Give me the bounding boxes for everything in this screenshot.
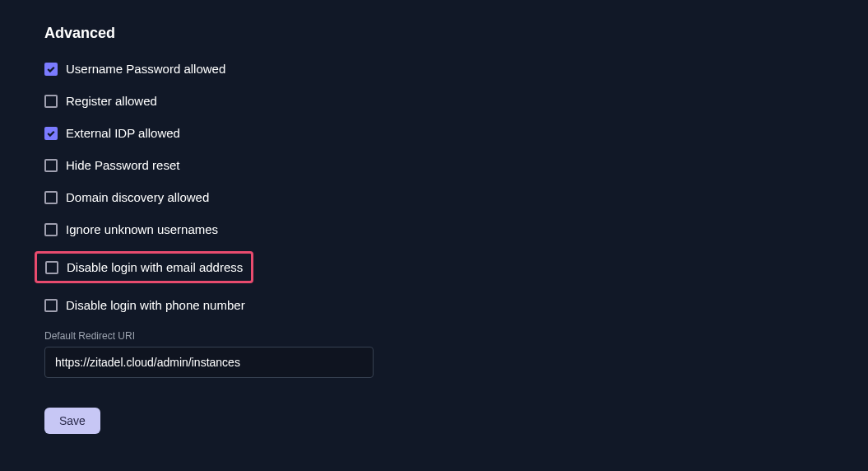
checkbox-icon [44, 191, 58, 204]
default-redirect-uri-input[interactable] [44, 347, 374, 378]
highlight-disable-email-login: Disable login with email address [35, 251, 253, 283]
checkbox-icon [44, 95, 58, 108]
checkbox-icon [45, 261, 58, 274]
field-label: Default Redirect URI [44, 330, 824, 342]
checkbox-domain-discovery-allowed[interactable]: Domain discovery allowed [44, 190, 209, 204]
checkbox-label: Disable login with phone number [66, 298, 245, 312]
field-default-redirect-uri: Default Redirect URI [44, 330, 824, 378]
checkbox-list: Username Password allowed Register allow… [44, 62, 824, 312]
checkbox-icon [44, 159, 58, 172]
section-title: Advanced [44, 25, 824, 42]
checkbox-username-password-allowed[interactable]: Username Password allowed [44, 62, 225, 76]
checkbox-label: External IDP allowed [66, 126, 180, 140]
checkbox-external-idp-allowed[interactable]: External IDP allowed [44, 126, 180, 140]
checkbox-disable-login-phone[interactable]: Disable login with phone number [44, 298, 245, 312]
checkbox-label: Username Password allowed [66, 62, 225, 76]
checkbox-icon [44, 223, 58, 236]
checkbox-icon [44, 299, 58, 312]
checkbox-icon [44, 63, 58, 76]
checkbox-label: Ignore unknown usernames [66, 222, 218, 236]
checkbox-hide-password-reset[interactable]: Hide Password reset [44, 158, 179, 172]
save-button[interactable]: Save [44, 408, 100, 434]
checkbox-label: Register allowed [66, 94, 157, 108]
checkbox-register-allowed[interactable]: Register allowed [44, 94, 157, 108]
checkbox-ignore-unknown-usernames[interactable]: Ignore unknown usernames [44, 222, 218, 236]
checkbox-icon [44, 127, 58, 140]
checkbox-label: Disable login with email address [67, 260, 243, 274]
checkbox-label: Hide Password reset [66, 158, 179, 172]
checkbox-disable-login-email[interactable]: Disable login with email address [45, 260, 243, 274]
checkbox-label: Domain discovery allowed [66, 190, 209, 204]
